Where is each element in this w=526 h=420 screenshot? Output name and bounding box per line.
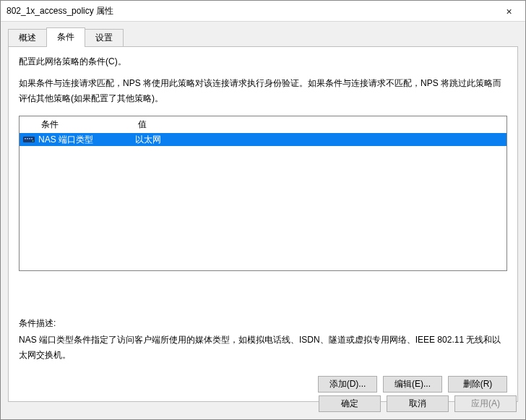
tab-overview[interactable]: 概述 [8, 29, 47, 48]
edit-button[interactable]: 编辑(E)... [383, 376, 442, 393]
nas-icon [20, 135, 38, 144]
description-text: NAS 端口类型条件指定了访问客户端所使用的媒体类型，如模拟电话线、ISDN、隧… [19, 333, 507, 362]
condition-description: 条件描述: NAS 端口类型条件指定了访问客户端所使用的媒体类型，如模拟电话线、… [19, 317, 507, 362]
header-condition[interactable]: 条件 [20, 119, 135, 131]
tab-settings[interactable]: 设置 [85, 29, 124, 48]
remove-button[interactable]: 删除(R) [448, 376, 507, 393]
svg-point-5 [33, 140, 34, 142]
list-row[interactable]: NAS 端口类型 以太网 [20, 133, 506, 146]
apply-button[interactable]: 应用(A) [454, 395, 517, 412]
close-button[interactable]: × [493, 1, 525, 22]
row-condition: NAS 端口类型 [38, 134, 135, 146]
svg-rect-2 [27, 138, 28, 140]
tab-page-conditions: 配置此网络策略的条件(C)。 如果条件与连接请求匹配，NPS 将使用此策略对该连… [8, 46, 518, 402]
close-icon: × [506, 6, 512, 17]
tab-conditions[interactable]: 条件 [46, 27, 85, 47]
titlebar: 802_1x_access_policy 属性 × [1, 1, 525, 22]
svg-rect-4 [31, 138, 33, 140]
tab-strip: 概述 条件 设置 [8, 27, 518, 47]
svg-rect-0 [23, 137, 35, 142]
window-title: 802_1x_access_policy 属性 [7, 5, 113, 17]
dialog-buttons: 确定 取消 应用(A) [319, 395, 517, 412]
properties-dialog: 802_1x_access_policy 属性 × 概述 条件 设置 配置此网络… [0, 0, 526, 420]
instructions-line2: 如果条件与连接请求匹配，NPS 将使用此策略对该连接请求执行身份验证。如果条件与… [19, 76, 507, 106]
list-header: 条件 值 [20, 116, 506, 133]
header-value[interactable]: 值 [135, 119, 506, 131]
svg-rect-3 [29, 138, 30, 140]
instructions-line1: 配置此网络策略的条件(C)。 [19, 54, 507, 69]
conditions-list[interactable]: 条件 值 NAS 端口类型 [19, 116, 507, 271]
cancel-button[interactable]: 取消 [387, 395, 449, 412]
add-button[interactable]: 添加(D)... [318, 376, 377, 393]
ok-button[interactable]: 确定 [319, 395, 381, 412]
condition-buttons: 添加(D)... 编辑(E)... 删除(R) [318, 376, 507, 393]
dialog-body: 概述 条件 设置 配置此网络策略的条件(C)。 如果条件与连接请求匹配，NPS … [1, 22, 525, 402]
instructions: 配置此网络策略的条件(C)。 如果条件与连接请求匹配，NPS 将使用此策略对该连… [19, 54, 507, 106]
description-label: 条件描述: [19, 317, 507, 330]
row-value: 以太网 [135, 134, 506, 146]
svg-rect-1 [25, 138, 26, 140]
